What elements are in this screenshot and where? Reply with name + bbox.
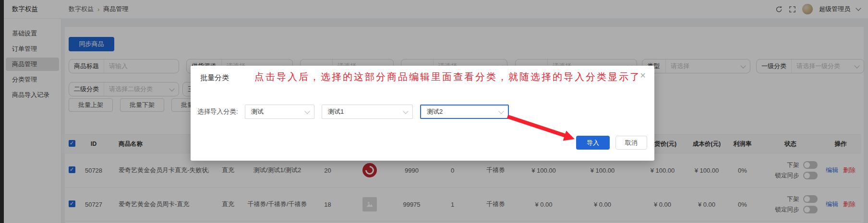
select-value: 测试	[245, 107, 303, 116]
modal-title: 批量分类	[200, 73, 229, 82]
chevron-down-icon	[403, 108, 408, 114]
import-category-select-level1[interactable]: 测试	[245, 105, 314, 119]
select-value: 测试1	[322, 107, 402, 116]
import-category-select-level3[interactable]: 测试2	[420, 105, 509, 119]
app-screen: 数字权益 基础设置 订单管理 商品管理 分类管理 商品导入记录 数字权益 › 商…	[0, 0, 868, 223]
modal-annotation-note: 点击导入后，选择的这部分商品编辑里面查看分类，就随选择的导入分类显示了	[254, 70, 651, 83]
red-annotation-arrow	[502, 113, 583, 146]
batch-categorize-modal: 批量分类 点击导入后，选择的这部分商品编辑里面查看分类，就随选择的导入分类显示了…	[191, 66, 654, 161]
import-category-field-label: 选择导入分类:	[197, 105, 238, 119]
import-category-select-level2[interactable]: 测试1	[322, 105, 413, 119]
select-value: 测试2	[421, 107, 497, 116]
close-icon[interactable]: ×	[640, 70, 646, 80]
chevron-down-icon	[304, 108, 310, 114]
cancel-button[interactable]: 取消	[615, 136, 647, 150]
